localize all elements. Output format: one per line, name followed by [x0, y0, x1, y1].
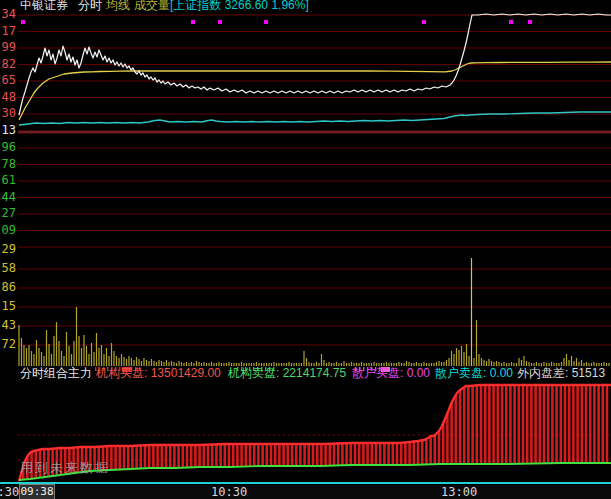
stock-name: 中银证券	[20, 0, 68, 12]
price-axis-label: 99	[0, 41, 16, 53]
inst-buy-readout: 机构买盘: 13501429.00	[96, 367, 221, 380]
indicator-title: 分时组合主力	[20, 367, 92, 380]
time-axis-label: 09:30	[0, 485, 19, 499]
price-axis-label: 78	[0, 158, 16, 170]
index-quote-label[interactable]: [上证指数 3266.60 1.96%]	[170, 0, 309, 12]
volume-axis-label: 43	[0, 319, 16, 331]
trading-app-window: 中银证券 分时 均线 成交量 [上证指数 3266.60 1.96%] 3417…	[0, 0, 611, 499]
price-axis-label: 48	[0, 91, 16, 103]
time-cursor-badge: 09:38	[19, 484, 55, 499]
retail-buy-readout: 散户买盘: 0.00	[352, 367, 430, 380]
time-axis-label: 10:30	[211, 485, 247, 499]
price-axis-label: 65	[0, 74, 16, 86]
volume-axis-label: 58	[0, 262, 16, 274]
price-axis-label: 09	[0, 224, 16, 236]
price-axis-label: 13	[0, 124, 16, 136]
inst-sell-readout: 机构卖盘: 2214174.75	[228, 367, 346, 380]
price-axis-label: 61	[0, 174, 16, 186]
intraday-chart-canvas[interactable]	[0, 0, 611, 499]
price-axis-label: 17	[0, 25, 16, 37]
retail-sell-readout: 散户卖盘: 0.00	[435, 367, 513, 380]
ma-toggle-label[interactable]: 均线	[106, 0, 130, 12]
indicator-status-row: 分时组合主力 机构买盘: 13501429.00 机构卖盘: 2214174.7…	[0, 367, 611, 380]
volume-toggle-label[interactable]: 成交量	[134, 0, 170, 12]
net-flow-readout: 外内盘差: 51513	[517, 367, 605, 380]
price-axis-label: 96	[0, 141, 16, 153]
price-axis-label: 30	[0, 107, 16, 119]
price-axis-label: 34	[0, 8, 16, 20]
time-axis[interactable]: 09:3010:3013:00 09:38	[0, 485, 611, 499]
price-axis-label: 82	[0, 58, 16, 70]
future-data-watermark: 用到未来数据	[20, 459, 110, 477]
price-axis-label: 44	[0, 191, 16, 203]
mode-label-intraday[interactable]: 分时	[78, 0, 102, 12]
volume-axis-label: 86	[0, 281, 16, 293]
volume-axis-label: 29	[0, 243, 16, 255]
volume-axis-label: 72	[0, 338, 16, 350]
volume-axis-label: 15	[0, 300, 16, 312]
time-axis-label: 13:00	[441, 485, 477, 499]
price-axis-label: 27	[0, 207, 16, 219]
